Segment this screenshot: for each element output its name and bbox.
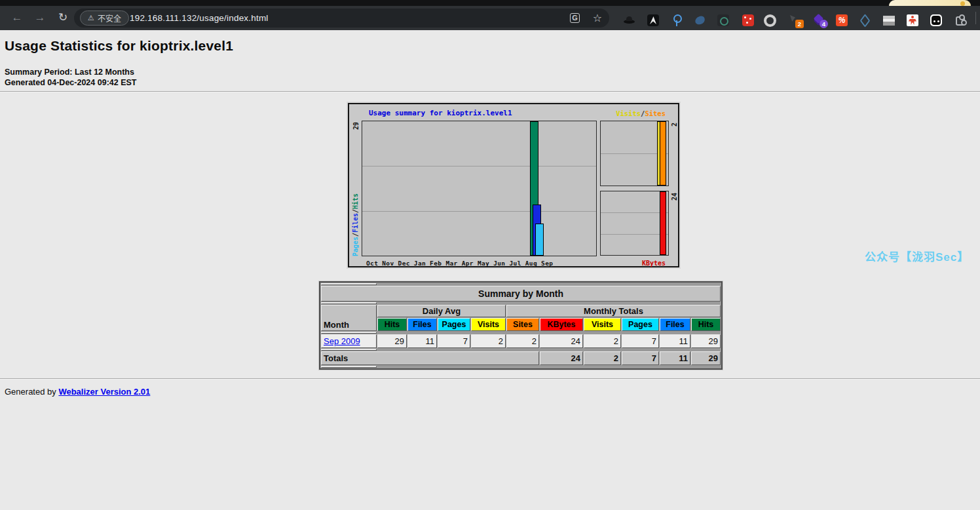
browser-toolbar: ← → ↻ ⚠ 不安全 192.168.111.132/usage/index.… — [0, 6, 980, 30]
legend-visits: Visits — [616, 109, 641, 117]
ext-gem-icon[interactable]: 4 — [814, 14, 826, 26]
warning-icon: ⚠ — [88, 14, 94, 22]
totals-cell: 2 — [584, 351, 621, 365]
column-header-visits: Visits — [584, 318, 621, 331]
spacer-row — [321, 366, 721, 368]
extensions-puzzle-icon[interactable] — [956, 16, 965, 26]
ext-robot-icon[interactable] — [930, 14, 942, 26]
column-header-pages: Pages — [438, 318, 470, 331]
spacer-cell — [321, 332, 377, 334]
totals-row: Totals 24271129 — [321, 351, 721, 365]
x-axis-months: Oct Nov Dec Jan Feb Mar Apr May Jun Jul … — [366, 260, 553, 267]
data-cell: 29 — [377, 334, 407, 348]
data-cell: 2 — [584, 334, 621, 348]
column-header-pages: Pages — [622, 318, 659, 331]
page-title: Usage Statistics for kioptrix.level1 — [5, 38, 233, 54]
security-chip[interactable]: ⚠ 不安全 — [80, 10, 129, 26]
bar-sites — [660, 121, 666, 186]
y-axis-label-part: Pages — [352, 237, 359, 256]
bar-pages-sep — [535, 224, 544, 256]
ext-wave-icon[interactable] — [647, 14, 659, 26]
ext-dice-icon[interactable] — [742, 14, 754, 26]
ext-badge-count-purple: 4 — [820, 20, 828, 28]
month-cell: Sep 2009 — [321, 334, 377, 348]
totals-cell: 11 — [660, 351, 690, 365]
y-axis-label-part: / — [352, 233, 359, 237]
spacer-cell — [321, 366, 377, 368]
data-cell: 7 — [622, 334, 659, 348]
tab-strip — [0, 0, 980, 6]
spacer-row — [321, 349, 721, 351]
ext-key-icon[interactable] — [671, 14, 683, 26]
spacer-cell — [321, 349, 377, 351]
group-header-row: Month Daily Avg Monthly Totals — [321, 305, 721, 317]
tab-favicon-dot — [960, 1, 965, 6]
reload-icon[interactable]: ↻ — [54, 9, 72, 27]
column-header-files: Files — [407, 318, 437, 331]
spacer-cell — [321, 302, 377, 304]
ext-ring-square-icon[interactable] — [717, 14, 729, 26]
spacer-row — [321, 302, 721, 304]
table-title-row: Summary by Month — [321, 286, 721, 302]
gridline — [362, 211, 596, 212]
totals-cell: 7 — [622, 351, 659, 365]
table-row: Sep 2009291172224271129 — [321, 334, 721, 348]
column-header-kbytes: KBytes — [540, 318, 583, 331]
chart-kbytes-panel — [600, 191, 669, 256]
ext-figure-icon[interactable] — [907, 14, 918, 26]
back-icon[interactable]: ← — [8, 9, 26, 27]
data-cell: 2 — [471, 334, 506, 348]
ext-hackbar-icon[interactable]: % — [836, 14, 848, 26]
data-cell: 29 — [691, 334, 721, 348]
month-link[interactable]: Sep 2009 — [324, 336, 360, 346]
active-tab[interactable] — [889, 0, 971, 6]
ext-badge-count-orange: 2 — [795, 20, 804, 28]
ext-diamond-icon[interactable] — [860, 14, 871, 28]
usage-graph: Usage summary for kioptrix.level1 Visits… — [348, 103, 679, 267]
spacer-row — [321, 332, 721, 334]
ext-ring-icon[interactable] — [764, 14, 776, 27]
chart-title: Usage summary for kioptrix.level1 — [369, 109, 512, 117]
bookmark-star-icon[interactable]: ☆ — [591, 12, 604, 25]
spacer-cell — [321, 283, 377, 285]
gridline — [362, 166, 596, 167]
totals-label: Totals — [321, 351, 539, 365]
toolbar-separator — [975, 12, 976, 24]
table-title: Summary by Month — [321, 286, 721, 302]
monthly-totals-header: Monthly Totals — [506, 305, 721, 317]
daily-avg-header: Daily Avg — [377, 305, 506, 317]
right-bottom-axis-max: 24 — [671, 193, 678, 201]
chart-visits-sites-panel — [600, 121, 669, 186]
security-chip-label: 不安全 — [98, 12, 121, 24]
totals-cell: 24 — [540, 351, 583, 365]
footer-text: Generated by — [5, 387, 58, 397]
page-content: Usage Statistics for kioptrix.level1 Sum… — [0, 30, 980, 510]
kbytes-label: KBytes — [642, 260, 666, 267]
address-bar[interactable]: ⚠ 不安全 192.168.111.132/usage/index.html G… — [74, 9, 609, 28]
ext-hat-icon[interactable] — [624, 14, 635, 26]
footer: Generated by Webalizer Version 2.01 — [5, 387, 150, 397]
translate-icon[interactable]: G — [570, 13, 580, 23]
ext-stripes-icon[interactable] — [883, 16, 895, 26]
url-text[interactable]: 192.168.111.132/usage/index.html — [130, 9, 269, 28]
chart-legend-visits-sites: Visits/Sites — [616, 109, 666, 117]
column-color-row: HitsFilesPagesVisitsSitesKBytesVisitsPag… — [321, 318, 721, 331]
ext-downloader-icon[interactable]: 2 — [790, 14, 802, 26]
summary-by-month-table: Summary by Month Month Daily Avg Monthly… — [319, 281, 723, 370]
month-column-header: Month — [321, 305, 377, 331]
ext-blob-icon[interactable] — [694, 15, 706, 25]
left-axis-label: Pages / Files / Hits — [352, 121, 359, 256]
spacer-row — [321, 283, 721, 285]
column-header-hits: Hits — [377, 318, 407, 331]
webalizer-link[interactable]: Webalizer Version 2.01 — [58, 387, 150, 397]
data-cell: 11 — [407, 334, 437, 348]
column-header-visits: Visits — [471, 318, 506, 331]
column-header-sites: Sites — [506, 318, 539, 331]
column-header-hits: Hits — [691, 318, 721, 331]
y-axis-label-part: / — [352, 209, 359, 213]
data-cell: 2 — [506, 334, 539, 348]
gridline — [601, 234, 668, 235]
forward-icon[interactable]: → — [31, 9, 49, 27]
totals-cell: 29 — [691, 351, 721, 365]
chart-main-panel — [362, 121, 597, 256]
